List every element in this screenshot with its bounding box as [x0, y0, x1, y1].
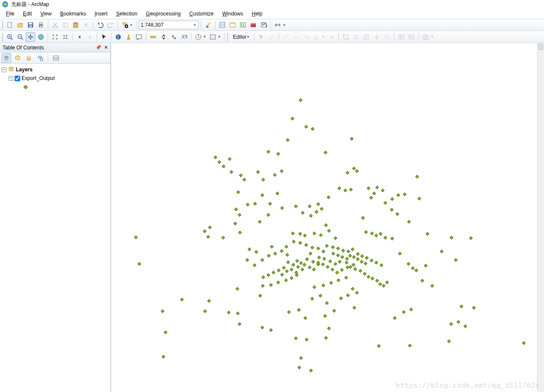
hyperlink-button[interactable]: [124, 32, 133, 42]
split-button[interactable]: [372, 32, 381, 42]
point-button[interactable]: [327, 32, 336, 42]
map-canvas[interactable]: https://blog.csdn.net/qq_35117024: [111, 43, 544, 392]
menu-selection[interactable]: Selection: [112, 10, 141, 18]
menu-file[interactable]: File: [2, 10, 18, 18]
find-button[interactable]: [159, 32, 168, 42]
create-viewer-button[interactable]: [208, 32, 218, 42]
right-angle-button[interactable]: [312, 32, 322, 42]
map-point: [325, 244, 329, 248]
tree-row-symbol[interactable]: [1, 83, 110, 91]
add-data-button[interactable]: [120, 20, 129, 30]
sketch-properties-button[interactable]: [407, 32, 416, 42]
select-elements-button[interactable]: [99, 32, 109, 42]
list-by-source-button[interactable]: [13, 53, 22, 63]
menu-windows[interactable]: Windows: [218, 10, 248, 18]
list-by-visibility-button[interactable]: [24, 53, 34, 63]
menu-geoprocessing[interactable]: Geoprocessing: [141, 10, 185, 18]
edit-vertices-button[interactable]: [341, 32, 350, 42]
toolbar-grip[interactable]: [2, 33, 3, 41]
toolbar-grip[interactable]: [2, 21, 3, 29]
map-point: [390, 237, 394, 240]
arctoolbox-button[interactable]: [249, 20, 258, 30]
editor-menu[interactable]: Editor ▾: [230, 33, 252, 41]
map-point: [270, 245, 274, 248]
undo-button[interactable]: [95, 20, 105, 30]
chevron-down-icon[interactable]: ▼: [283, 23, 286, 27]
map-point: [230, 170, 233, 174]
fixed-zoom-out-button[interactable]: [61, 32, 70, 42]
chevron-down-icon[interactable]: ▼: [430, 35, 434, 39]
layer-visibility-checkbox[interactable]: [15, 76, 20, 81]
edit-tool-button[interactable]: [257, 32, 266, 42]
full-extent-button[interactable]: [36, 32, 46, 42]
trace-button[interactable]: [302, 32, 311, 42]
table-of-contents-button[interactable]: [218, 20, 227, 30]
pin-icon[interactable]: 📌: [95, 45, 101, 50]
add-data-dropdown[interactable]: ▼: [129, 23, 133, 27]
chevron-down-icon[interactable]: ▼: [203, 35, 206, 39]
fixed-zoom-in-button[interactable]: [50, 32, 60, 42]
svg-point-46: [162, 36, 165, 38]
python-window-button[interactable]: Py: [259, 20, 268, 30]
delete-button[interactable]: ✕: [81, 20, 91, 30]
tree-row-layers[interactable]: − Layers: [1, 65, 110, 74]
list-by-drawing-order-button[interactable]: [2, 53, 11, 63]
rotate-button[interactable]: [382, 32, 392, 42]
map-point: [449, 322, 453, 326]
redo-button[interactable]: [106, 20, 115, 30]
zoom-out-button[interactable]: [15, 32, 25, 42]
print-button[interactable]: [36, 20, 46, 30]
new-button[interactable]: [5, 20, 15, 30]
attributes-button[interactable]: [396, 32, 406, 42]
back-extent-button[interactable]: [75, 32, 84, 42]
go-to-xy-button[interactable]: XY: [179, 32, 189, 42]
identify-button[interactable]: i: [114, 32, 123, 42]
catalog-button[interactable]: [228, 20, 237, 30]
svg-rect-3: [29, 23, 32, 24]
toolbar-grip[interactable]: [227, 33, 228, 41]
html-popup-button[interactable]: [134, 32, 144, 42]
collapse-icon[interactable]: −: [2, 67, 6, 72]
separator: [215, 21, 215, 29]
collapse-icon[interactable]: −: [9, 76, 13, 81]
open-button[interactable]: [15, 20, 25, 30]
find-route-button[interactable]: [169, 32, 178, 42]
straight-segment-button[interactable]: [281, 32, 291, 42]
chevron-down-icon[interactable]: ▼: [218, 35, 221, 39]
cut-polygons-button[interactable]: [362, 32, 371, 42]
time-slider-button[interactable]: [194, 32, 203, 42]
tree-row-export-output[interactable]: − Export_Output: [1, 74, 110, 83]
options-button[interactable]: [51, 53, 61, 63]
menu-bookmarks[interactable]: Bookmarks: [56, 10, 90, 18]
svg-rect-54: [212, 36, 214, 38]
menu-help[interactable]: Help: [247, 10, 267, 18]
copy-button[interactable]: [61, 20, 70, 30]
save-button[interactable]: [26, 20, 35, 30]
menu-insert[interactable]: Insert: [90, 10, 112, 18]
svg-line-55: [284, 35, 288, 39]
map-scale-combo[interactable]: 1:748,307 ▼: [138, 21, 199, 29]
list-by-selection-button[interactable]: [35, 53, 45, 63]
vertical-scrollbar[interactable]: [537, 43, 544, 392]
forward-extent-button[interactable]: [85, 32, 95, 42]
end-point-arc-button[interactable]: [292, 32, 301, 42]
zoom-in-button[interactable]: [5, 32, 15, 42]
menu-edit[interactable]: Edit: [18, 10, 36, 18]
map-point: [365, 256, 369, 260]
edit-annotation-button[interactable]: [267, 32, 277, 42]
map-point: [317, 256, 321, 259]
pan-button[interactable]: [26, 32, 35, 42]
measure-button[interactable]: [148, 32, 158, 42]
editor-toolbar-button[interactable]: [203, 20, 213, 30]
map-point: [261, 178, 265, 181]
scrollbar-thumb[interactable]: [538, 44, 543, 50]
menu-view[interactable]: View: [36, 10, 56, 18]
paste-button[interactable]: [71, 20, 80, 30]
cut-button[interactable]: [50, 20, 60, 30]
reshape-button[interactable]: [351, 32, 361, 42]
model-builder-button[interactable]: [273, 20, 283, 30]
search-window-button[interactable]: [238, 20, 248, 30]
menu-customize[interactable]: Customize: [185, 10, 218, 18]
create-features-button[interactable]: [421, 32, 430, 42]
close-icon[interactable]: ✕: [104, 45, 108, 50]
